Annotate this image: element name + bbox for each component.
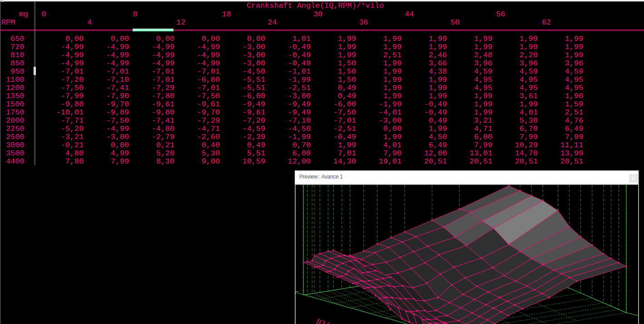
- svg-text:IQ (mg: IQ (mg: [315, 316, 340, 324]
